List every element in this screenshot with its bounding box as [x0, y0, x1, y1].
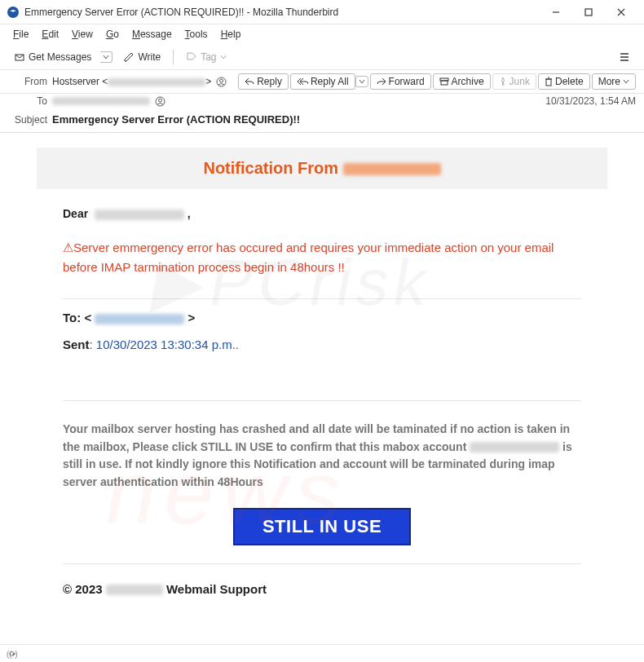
archive-icon: [439, 77, 449, 86]
notification-banner: Notification From xxxxxxxx: [37, 148, 607, 189]
reply-all-button[interactable]: Reply All: [290, 73, 355, 90]
tag-label: Tag: [201, 51, 216, 63]
forward-button[interactable]: Forward: [370, 73, 431, 90]
reply-all-icon: [297, 77, 308, 86]
menu-tools[interactable]: Tools: [179, 27, 214, 42]
title-bar: Emmergency Server Error (ACTION REQUIRED…: [0, 0, 644, 24]
tag-icon: [186, 51, 197, 63]
subject-value: Emmergency Server Error (ACTION REQUIRED…: [52, 113, 300, 126]
hamburger-icon: [619, 51, 630, 63]
close-button[interactable]: [605, 1, 637, 24]
delete-button[interactable]: Delete: [538, 73, 590, 90]
menu-file[interactable]: File: [7, 27, 35, 42]
reply-all-dropdown[interactable]: [355, 76, 368, 87]
tag-button[interactable]: Tag: [179, 48, 233, 66]
menu-help[interactable]: Help: [214, 27, 248, 42]
svg-rect-13: [546, 79, 551, 86]
menu-bar: File Edit View Go Message Tools Help: [0, 24, 644, 44]
reply-button[interactable]: Reply: [238, 73, 289, 90]
body-sent: Sent: 10/30/2023 13:30:34 p.m..: [63, 338, 581, 351]
header-row-subject: Subject Emmergency Server Error (ACTION …: [0, 110, 644, 133]
divider: [63, 563, 581, 564]
cta-row: STILL IN USE: [63, 508, 581, 545]
download-icon: [14, 51, 25, 63]
menu-edit[interactable]: Edit: [35, 27, 65, 42]
message-actions: Reply Reply All Forward Archive Junk Del…: [238, 73, 636, 90]
write-button[interactable]: Write: [116, 48, 168, 66]
reply-icon: [245, 77, 254, 86]
from-value: Hostserver <xxxxxxxxxxxx>: [52, 76, 227, 87]
archive-button[interactable]: Archive: [433, 73, 491, 90]
more-button[interactable]: More: [592, 73, 636, 90]
divider: [63, 400, 581, 401]
message-date: 10/31/2023, 1:54 AM: [545, 95, 636, 107]
message-body: Notification From xxxxxxxx Dear xxxxxxxx…: [0, 133, 644, 638]
get-messages-dropdown[interactable]: [100, 51, 112, 63]
flame-icon: [499, 77, 507, 86]
warning-text: ⚠Server emmergency error has occured and…: [63, 238, 581, 277]
menu-go[interactable]: Go: [99, 27, 126, 42]
get-messages-button[interactable]: Get Messages: [7, 48, 99, 66]
junk-button[interactable]: Junk: [492, 73, 536, 90]
svg-point-17: [159, 99, 162, 102]
svg-text:((•)): ((•)): [7, 650, 18, 659]
app-menu-button[interactable]: [611, 48, 637, 66]
svg-point-10: [219, 79, 223, 82]
header-row-from: From Hostserver <xxxxxxxxxxxx> Reply Rep…: [0, 70, 644, 94]
body-paragraph: Your mailbox server hosting has crashed …: [63, 421, 581, 492]
thunderbird-icon: [7, 6, 20, 19]
redacted-text: xxxxx: [106, 585, 163, 595]
divider: [63, 298, 581, 299]
window-title: Emmergency Server Error (ACTION REQUIRED…: [24, 7, 540, 18]
menu-message[interactable]: Message: [126, 27, 179, 42]
redacted-text: xxxxxxxxxxxx: [52, 97, 150, 105]
pencil-icon: [123, 51, 135, 63]
contact-icon[interactable]: [155, 96, 165, 107]
redacted-text: xxxxxxxxxx: [470, 442, 559, 452]
redacted-text: xxxxxxxxxx: [95, 314, 184, 324]
body-to: To: < xxxxxxxxxx >: [63, 311, 581, 324]
header-row-to: To xxxxxxxxxxxx 10/31/2023, 1:54 AM: [0, 94, 644, 110]
redacted-text: xxxxxxxxxxxx: [108, 78, 205, 86]
forward-icon: [377, 77, 386, 86]
activity-icon: ((•)): [7, 648, 18, 660]
maximize-button[interactable]: [572, 1, 605, 24]
separator: [173, 50, 174, 64]
to-label: To: [8, 95, 47, 107]
trash-icon: [545, 77, 553, 86]
write-label: Write: [138, 51, 161, 63]
svg-rect-2: [585, 9, 592, 15]
status-bar: ((•)): [0, 644, 644, 662]
redacted-text: xxxxxxxxxx: [95, 210, 184, 220]
from-label: From: [8, 76, 47, 87]
contact-icon[interactable]: [216, 77, 227, 87]
email-footer: © 2023 xxxxx Webmail Support: [63, 582, 581, 596]
svg-rect-12: [441, 81, 448, 85]
toolbar: Get Messages Write Tag: [0, 44, 644, 70]
greeting: Dear xxxxxxxxxx ,: [63, 207, 581, 220]
redacted-text: xxxxxxxx: [343, 163, 441, 175]
minimize-button[interactable]: [540, 1, 572, 24]
menu-view[interactable]: View: [65, 27, 99, 42]
subject-label: Subject: [8, 114, 47, 126]
notification-prefix: Notification From: [203, 159, 342, 177]
still-in-use-button[interactable]: STILL IN USE: [233, 508, 411, 545]
get-messages-label: Get Messages: [29, 51, 91, 63]
